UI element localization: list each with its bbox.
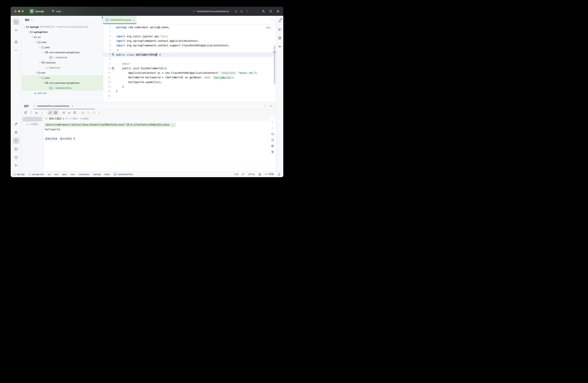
show-passed-button[interactable] [48, 110, 53, 115]
toolbar-more-button[interactable] [97, 110, 102, 115]
show-ignored-button[interactable] [53, 110, 58, 115]
minimize-window-button[interactable] [18, 10, 20, 12]
test-history-button[interactable] [72, 110, 77, 115]
coverage-button[interactable] [91, 110, 96, 115]
tree-item-helloworldtest[interactable]: CHelloWorldTest [22, 85, 103, 90]
tree-item-src[interactable]: src [22, 35, 103, 40]
branch-widget[interactable]: main [50, 9, 66, 14]
next-occurrence-button[interactable] [270, 126, 275, 130]
code-line-7[interactable]: 7public class HelloWorldTest { [103, 52, 276, 57]
chevron-down-icon[interactable] [35, 41, 38, 44]
zoom-window-button[interactable] [22, 10, 24, 12]
test-root-row[interactable]: He 132毫秒 [22, 117, 43, 122]
indent-widget[interactable]: 4 个空格 [265, 173, 274, 176]
tree-item-com-codermast-spring6-bean[interactable]: com.codermast.spring6.bean [22, 50, 103, 55]
code-line-12[interactable]: 12 HelloWorld helloworld = (HelloWorld) … [103, 75, 276, 80]
run-configuration-selector[interactable]: HelloWorldTest.testHelloWorld [193, 10, 232, 13]
export-test-results-button[interactable] [86, 110, 91, 115]
tree-item-helloworld[interactable]: CHelloWorld [22, 55, 103, 60]
test-case-row[interactable]: 132毫秒 [22, 122, 43, 127]
run-panel-options-button[interactable] [264, 105, 267, 107]
console-output[interactable]: /Users/codermast/Library/Java/JavaVirtua… [43, 121, 269, 171]
tree-item-test[interactable]: test [22, 70, 103, 75]
tool-run-button[interactable] [13, 137, 20, 144]
close-run-tab-icon[interactable]: ✕ [71, 105, 73, 107]
tool-terminal-button[interactable] [13, 146, 20, 152]
chevron-down-icon[interactable] [38, 46, 42, 49]
run-button[interactable] [233, 9, 239, 14]
code-editor[interactable]: 关闭 1package com.codermast.spring6.bean;2… [103, 24, 276, 103]
snapshot-button[interactable] [80, 110, 85, 115]
breadcrumb-item-spring6[interactable]: Spring6 [13, 173, 24, 176]
code-line-1[interactable]: 1package com.codermast.spring6.bean; [103, 25, 276, 29]
code-line-3[interactable]: 3import org.junit.jupiter.api.Test; [103, 34, 276, 39]
caret-position-widget[interactable]: 7:26 [234, 173, 238, 176]
chevron-down-icon[interactable] [42, 51, 45, 54]
editor-scrollbar[interactable] [274, 45, 275, 84]
code-line-8[interactable]: 8 [103, 57, 276, 62]
tool-more-button[interactable] [13, 47, 20, 53]
breadcrumb-item-java[interactable]: java [62, 173, 66, 176]
tree-item-java[interactable]: java [22, 45, 103, 50]
code-line-15[interactable]: 15} [103, 89, 276, 94]
search-everywhere-button[interactable] [268, 9, 273, 14]
tool-build-button[interactable] [13, 121, 20, 127]
tab-options-button[interactable] [271, 18, 273, 22]
chevron-down-icon[interactable] [35, 71, 38, 74]
code-line-9[interactable]: 9 @Test [103, 62, 276, 66]
editor-tab-helloworldtest[interactable]: C HelloWorldTest.java ✕ [103, 16, 136, 24]
hide-panel-button[interactable] [270, 105, 273, 108]
database-button[interactable] [277, 35, 283, 41]
code-line-5[interactable]: 5import org.springframework.context.supp… [103, 43, 276, 48]
rerun-button[interactable] [23, 110, 28, 115]
ai-assistant-button[interactable] [277, 26, 283, 32]
print-button[interactable] [270, 144, 275, 148]
breadcrumb-item-codermast[interactable]: codermast [79, 173, 89, 176]
close-tab-icon[interactable]: ✕ [132, 19, 134, 21]
soft-wrap-button[interactable] [270, 132, 275, 136]
navigate-with-single-click-button[interactable] [67, 110, 72, 115]
tool-project-button[interactable] [13, 19, 20, 25]
code-line-10[interactable]: 10 public void testHelloWorld(){ [103, 66, 276, 71]
debug-button[interactable] [239, 9, 244, 14]
breadcrumb-item-bean[interactable]: bean [105, 173, 110, 176]
tree-scrollbar[interactable] [102, 16, 103, 19]
breadcrumb-item-test[interactable]: test [55, 173, 58, 176]
maven-button[interactable]: m [277, 43, 283, 49]
tree-item-pom-xml[interactable]: mpom.xml [22, 90, 103, 96]
run-test-gutter-icon[interactable] [112, 53, 115, 56]
run-test-gutter-icon[interactable] [112, 67, 115, 70]
breadcrumb-item-spring6-first[interactable]: spring6-first [28, 173, 44, 176]
tool-structure-button[interactable] [13, 38, 20, 45]
intention-bulb-icon[interactable] [116, 48, 119, 52]
scroll-to-end-button[interactable] [270, 138, 275, 142]
tool-git-button[interactable] [13, 162, 20, 169]
settings-button[interactable] [275, 9, 281, 14]
code-line-6[interactable]: 6 [103, 48, 276, 52]
chevron-down-icon[interactable] [23, 25, 26, 28]
chevron-down-icon[interactable] [38, 61, 42, 64]
code-line-2[interactable]: 2 [103, 29, 276, 34]
chevron-down-icon[interactable] [38, 76, 42, 79]
prev-occurrence-button[interactable] [270, 120, 275, 124]
tool-problems-button[interactable] [13, 154, 20, 161]
breadcrumb-item-helloworldtest[interactable]: CHelloWorldTest [114, 173, 133, 176]
line-ending-widget[interactable]: LF [242, 173, 245, 176]
code-line-14[interactable]: 14 } [103, 84, 276, 89]
notifications-button[interactable] [277, 18, 283, 23]
code-line-11[interactable]: 11 ApplicationContext ac = new ClassPath… [103, 71, 276, 75]
project-widget[interactable]: S Spring6 [28, 8, 48, 14]
tool-services-button[interactable] [13, 129, 20, 136]
clear-console-button[interactable] [270, 150, 275, 154]
proofread-icon[interactable] [258, 173, 261, 176]
unlock-icon[interactable] [277, 173, 281, 176]
stop-button[interactable] [40, 110, 44, 115]
sort-tests-button[interactable] [61, 110, 66, 115]
code-line-13[interactable]: 13 helloworld.sayHello(); [103, 80, 276, 84]
code-line-16[interactable]: 16 [103, 94, 276, 98]
tree-item-main[interactable]: main [22, 40, 103, 45]
close-window-button[interactable] [14, 10, 17, 12]
chevron-down-icon[interactable] [31, 36, 34, 39]
tree-item-spring6[interactable]: Spring6源代码根目录, ~/IdeaProjects/Spring6/Sp… [22, 24, 103, 29]
tree-item-com-codermast-spring6-bean[interactable]: com.codermast.spring6.bean [22, 80, 103, 85]
